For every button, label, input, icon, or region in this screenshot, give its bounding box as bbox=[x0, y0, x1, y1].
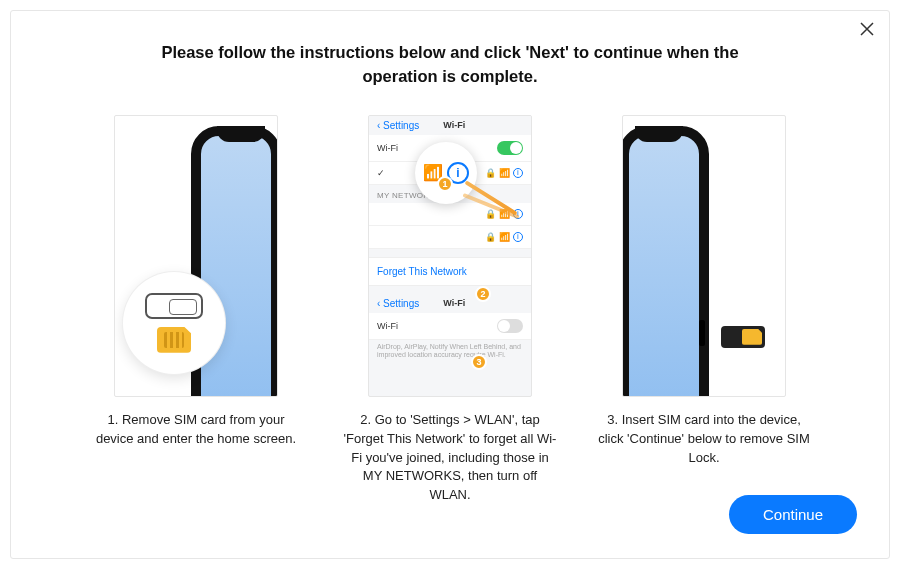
wifi-toggle-off-icon bbox=[497, 319, 523, 333]
close-button[interactable] bbox=[859, 21, 875, 41]
sim-tray-icon bbox=[145, 293, 203, 319]
step-1-caption: 1. Remove SIM card from your device and … bbox=[87, 411, 305, 449]
phone-notch bbox=[217, 126, 265, 142]
sim-card-icon bbox=[157, 327, 191, 353]
checkmark-icon: ✓ bbox=[377, 168, 385, 178]
back-link: ‹ Settings bbox=[377, 298, 419, 309]
step-badge-1: 1 bbox=[437, 176, 453, 192]
phone-icon bbox=[622, 126, 709, 397]
dialog-title: Please follow the instructions below and… bbox=[11, 11, 889, 95]
step-3-caption: 3. Insert SIM card into the device, clic… bbox=[595, 411, 813, 468]
lock-icon: 🔒 bbox=[485, 168, 496, 178]
step-badge-3: 3 bbox=[471, 354, 487, 370]
back-label: Settings bbox=[383, 298, 419, 309]
wifi-toggle-on-icon bbox=[497, 141, 523, 155]
settings-header: ‹ Settings Wi-Fi bbox=[369, 294, 531, 313]
sim-tray-inserting-icon bbox=[721, 326, 765, 348]
lock-icon: 🔒 bbox=[485, 232, 496, 242]
fineprint: AirDrop, AirPlay, Notify When Left Behin… bbox=[369, 340, 531, 363]
wifi-toggle-row: Wi-Fi bbox=[369, 313, 531, 340]
illustration-insert-sim bbox=[622, 115, 786, 397]
step-2: ‹ Settings Wi-Fi Wi-Fi ✓ 🔒📶i MY NETWORKS… bbox=[341, 115, 559, 505]
wifi-label: Wi-Fi bbox=[377, 321, 398, 331]
network-icons: 🔒📶i bbox=[485, 232, 523, 242]
lock-icon: 🔒 bbox=[485, 209, 496, 219]
back-link: ‹ Settings bbox=[377, 120, 419, 131]
illustration-remove-sim bbox=[114, 115, 278, 397]
wifi-network-row: 🔒📶i bbox=[369, 226, 531, 249]
magnifier-circle bbox=[123, 272, 225, 374]
wifi-label: Wi-Fi bbox=[377, 143, 398, 153]
close-icon bbox=[859, 21, 875, 37]
step-2-caption: 2. Go to 'Settings > WLAN', tap 'Forget … bbox=[341, 411, 559, 505]
continue-button[interactable]: Continue bbox=[729, 495, 857, 534]
phone-notch bbox=[635, 126, 683, 142]
settings-header: ‹ Settings Wi-Fi bbox=[369, 116, 531, 135]
steps-row: 1. Remove SIM card from your device and … bbox=[11, 95, 889, 505]
sim-slot bbox=[699, 320, 705, 346]
illustration-wifi-settings: ‹ Settings Wi-Fi Wi-Fi ✓ 🔒📶i MY NETWORKS… bbox=[368, 115, 532, 397]
wifi-icon: 📶 bbox=[499, 168, 510, 178]
header-title: Wi-Fi bbox=[443, 298, 465, 308]
dialog: Please follow the instructions below and… bbox=[10, 10, 890, 559]
wifi-icon: 📶 bbox=[499, 232, 510, 242]
step-1: 1. Remove SIM card from your device and … bbox=[87, 115, 305, 505]
info-icon: i bbox=[513, 168, 523, 178]
forget-network-row: Forget This Network bbox=[369, 257, 531, 286]
step-3: 3. Insert SIM card into the device, clic… bbox=[595, 115, 813, 505]
info-icon: i bbox=[513, 232, 523, 242]
step-badge-2: 2 bbox=[475, 286, 491, 302]
header-title: Wi-Fi bbox=[443, 120, 465, 130]
network-icons: 🔒📶i bbox=[485, 168, 523, 178]
back-label: Settings bbox=[383, 120, 419, 131]
